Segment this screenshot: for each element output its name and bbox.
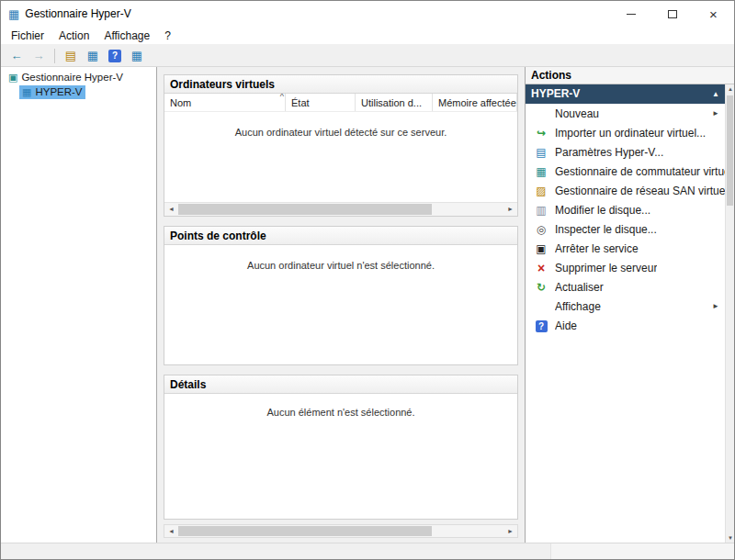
sort-ascending-icon: ^ bbox=[280, 94, 284, 101]
delete-icon: × bbox=[533, 261, 549, 275]
menu-help[interactable]: ? bbox=[157, 28, 178, 44]
show-console-tree-button[interactable]: ▦ bbox=[83, 47, 103, 65]
help-icon: ? bbox=[108, 50, 121, 62]
center-scroll-thumb[interactable] bbox=[178, 526, 432, 536]
vm-scroll-track[interactable] bbox=[178, 203, 503, 216]
details-section: Détails Aucun élément n'est sélectionné. bbox=[164, 375, 518, 520]
center-pane: Ordinateurs virtuels Nom ^ État Utilisat… bbox=[158, 67, 525, 543]
column-etat[interactable]: État bbox=[286, 94, 356, 111]
action-importer-ordinateur-virtuel[interactable]: ↪ Importer un ordinateur virtuel... bbox=[526, 123, 725, 142]
back-button[interactable]: ← bbox=[6, 47, 27, 65]
maximize-icon bbox=[668, 10, 677, 18]
status-bar bbox=[1, 543, 734, 559]
help-icon: ? bbox=[536, 320, 548, 332]
export-list-button[interactable]: ▤ bbox=[61, 47, 81, 65]
inspect-disk-icon: ◎ bbox=[533, 223, 549, 236]
forward-button[interactable]: → bbox=[28, 47, 49, 65]
actions-list: HYPER-V ▲ Nouveau ► ↪ Importer un ordina… bbox=[526, 84, 725, 543]
action-affichage[interactable]: Affichage ► bbox=[526, 297, 725, 316]
action-supprimer-serveur[interactable]: × Supprimer le serveur bbox=[526, 258, 725, 277]
app-icon: ▦ bbox=[8, 7, 19, 21]
console-window-icon: ▦ bbox=[87, 49, 98, 62]
refresh-icon: ↻ bbox=[533, 281, 549, 294]
main-area: ▣ Gestionnaire Hyper-V ▦ HYPER-V Ordinat… bbox=[1, 67, 734, 543]
console-root-icon: ▣ bbox=[8, 72, 17, 84]
close-icon: × bbox=[709, 7, 718, 21]
vm-horizontal-scrollbar[interactable]: ◄ ► bbox=[164, 202, 517, 216]
tree-server-label: HYPER-V bbox=[35, 86, 82, 97]
maximize-button[interactable] bbox=[651, 1, 693, 27]
action-inspecter-disque[interactable]: ◎ Inspecter le disque... bbox=[526, 219, 725, 239]
actions-pane-title: Actions bbox=[526, 67, 734, 84]
action-gestionnaire-reseau-san[interactable]: ▨ Gestionnaire de réseau SAN virtuel... bbox=[526, 181, 725, 200]
console-tree: ▣ Gestionnaire Hyper-V ▦ HYPER-V bbox=[1, 67, 157, 543]
collapse-group-icon: ▲ bbox=[712, 84, 719, 104]
properties-button[interactable]: ▦ bbox=[127, 47, 147, 65]
menu-fichier[interactable]: Fichier bbox=[4, 28, 51, 44]
status-bar-segment bbox=[550, 543, 734, 559]
minimize-button[interactable] bbox=[610, 1, 651, 27]
details-header: Détails bbox=[164, 375, 517, 394]
center-scroll-track[interactable] bbox=[178, 525, 503, 537]
action-aide[interactable]: ? Aide bbox=[526, 316, 725, 335]
column-memoire[interactable]: Mémoire affectée bbox=[433, 94, 517, 111]
actions-group-hyperv[interactable]: HYPER-V ▲ bbox=[526, 84, 725, 104]
action-nouveau[interactable]: Nouveau ► bbox=[526, 104, 725, 123]
vm-scroll-thumb[interactable] bbox=[178, 204, 432, 215]
action-parametres-hyperv[interactable]: ▤ Paramètres Hyper-V... bbox=[526, 142, 725, 162]
tree-item-gestionnaire-hyperv[interactable]: ▣ Gestionnaire Hyper-V bbox=[1, 70, 156, 84]
submenu-arrow-icon: ► bbox=[712, 109, 725, 118]
window-controls: × bbox=[610, 1, 734, 27]
scroll-right-icon[interactable]: ► bbox=[503, 525, 517, 537]
checkpoints-header: Points de contrôle bbox=[164, 227, 517, 245]
menu-affichage[interactable]: Affichage bbox=[96, 28, 157, 44]
san-network-icon: ▨ bbox=[533, 185, 549, 197]
action-actualiser[interactable]: ↻ Actualiser bbox=[526, 277, 725, 297]
window-icon: ▦ bbox=[131, 49, 142, 62]
vm-column-headers: Nom ^ État Utilisation d... Mémoire affe… bbox=[164, 94, 517, 112]
menu-bar: Fichier Action Affichage ? bbox=[1, 27, 734, 45]
close-button[interactable]: × bbox=[693, 1, 734, 27]
scroll-down-icon[interactable]: ▼ bbox=[726, 533, 735, 543]
window-title: Gestionnaire Hyper-V bbox=[25, 7, 130, 20]
center-horizontal-scrollbar[interactable]: ◄ ► bbox=[164, 524, 518, 538]
server-icon: ▦ bbox=[22, 86, 31, 98]
action-modifier-disque[interactable]: ▥ Modifier le disque... bbox=[526, 200, 725, 219]
settings-icon: ▤ bbox=[533, 146, 549, 159]
back-icon: ← bbox=[11, 49, 23, 62]
virtual-machines-header: Ordinateurs virtuels bbox=[164, 75, 517, 94]
scroll-right-icon[interactable]: ► bbox=[503, 203, 517, 216]
vm-empty-message: Aucun ordinateur virtuel détecté sur ce … bbox=[164, 112, 517, 138]
stop-service-icon: ▣ bbox=[533, 242, 549, 255]
scroll-left-icon[interactable]: ◄ bbox=[164, 203, 178, 216]
details-empty-message: Aucun élément n'est sélectionné. bbox=[164, 394, 517, 418]
tree-item-hyperv-server[interactable]: ▦ HYPER-V bbox=[1, 84, 156, 99]
export-list-icon: ▤ bbox=[65, 49, 76, 62]
submenu-arrow-icon: ► bbox=[712, 302, 725, 310]
minimize-icon bbox=[627, 14, 636, 15]
virtual-machines-section: Ordinateurs virtuels Nom ^ État Utilisat… bbox=[164, 74, 518, 217]
toolbar: ← → ▤ ▦ ? ▦ bbox=[1, 45, 734, 67]
toolbar-separator bbox=[54, 49, 55, 63]
scroll-left-icon[interactable]: ◄ bbox=[164, 525, 178, 537]
column-nom[interactable]: Nom ^ bbox=[164, 94, 286, 111]
help-button[interactable]: ? bbox=[105, 47, 125, 65]
actions-scroll-thumb[interactable] bbox=[727, 95, 733, 206]
import-icon: ↪ bbox=[533, 127, 549, 140]
checkpoints-section: Points de contrôle Aucun ordinateur virt… bbox=[164, 226, 518, 365]
action-arreter-service[interactable]: ▣ Arrêter le service bbox=[526, 239, 725, 258]
forward-icon: → bbox=[33, 49, 45, 62]
hyperv-manager-window: ▦ Gestionnaire Hyper-V × Fichier Action … bbox=[0, 0, 735, 560]
title-bar: ▦ Gestionnaire Hyper-V × bbox=[1, 1, 734, 27]
virtual-switch-icon: ▦ bbox=[533, 165, 549, 178]
actions-vertical-scrollbar[interactable]: ▲ ▼ bbox=[725, 84, 734, 543]
tree-root-label: Gestionnaire Hyper-V bbox=[21, 72, 123, 83]
action-gestionnaire-commutateur-virtuel[interactable]: ▦ Gestionnaire de commutateur virtuel... bbox=[526, 162, 725, 181]
actions-pane: Actions HYPER-V ▲ Nouveau ► ↪ Importer u… bbox=[525, 67, 734, 543]
checkpoints-empty-message: Aucun ordinateur virtuel n'est sélection… bbox=[164, 245, 517, 271]
edit-disk-icon: ▥ bbox=[533, 204, 549, 217]
menu-action[interactable]: Action bbox=[51, 28, 96, 44]
scroll-up-icon[interactable]: ▲ bbox=[726, 84, 735, 94]
column-utilisation[interactable]: Utilisation d... bbox=[356, 94, 433, 111]
actions-group-label: HYPER-V bbox=[531, 84, 580, 104]
